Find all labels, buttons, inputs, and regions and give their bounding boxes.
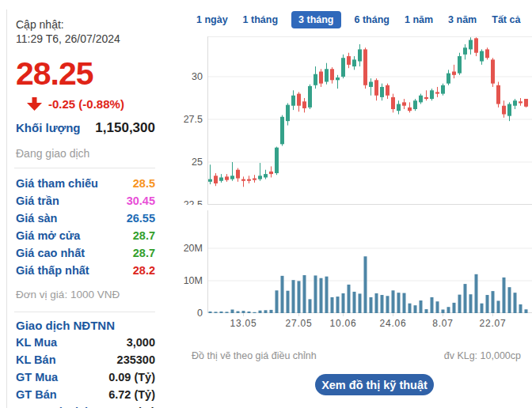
- divider: [14, 312, 155, 312]
- row-label: Giá tham chiếu: [16, 177, 98, 190]
- row-value: 28.7: [133, 247, 155, 259]
- tab-1-year[interactable]: 1 năm: [403, 11, 435, 28]
- tab-6-month[interactable]: 6 tháng: [353, 11, 391, 28]
- row-value: 6.72 (Tỷ): [108, 388, 155, 401]
- svg-text:8.07: 8.07: [432, 318, 454, 329]
- row-value: 3,000: [127, 336, 155, 349]
- quote-row-floor: Giá sàn 26.55: [16, 210, 155, 227]
- svg-text:27.5: 27.5: [184, 114, 203, 125]
- technical-chart-button[interactable]: Xem đồ thị kỹ thuật: [315, 374, 434, 395]
- adjusted-price-note: Đồ thị vẽ theo giá điều chỉnh: [192, 350, 317, 361]
- svg-text:20M: 20M: [184, 243, 203, 254]
- row-label: Giá sàn: [16, 212, 57, 225]
- quote-row-ceiling: Giá trần 30.45: [16, 192, 155, 210]
- quote-row-low: Giá thấp nhất 28.2: [16, 262, 155, 279]
- row-label: GT Bán: [16, 388, 57, 401]
- row-value: 28.7: [133, 229, 155, 242]
- last-updated-label: Cập nhật:: [16, 17, 155, 32]
- volume-chart[interactable]: 20M10M013.0527.0510.0624.068.0722.07: [184, 210, 532, 331]
- svg-text:24.06: 24.06: [379, 318, 406, 329]
- last-updated: Cập nhật: 11:29 T6, 26/07/2024: [16, 17, 155, 46]
- row-value: 28.5: [133, 177, 155, 190]
- quote-row-open: Giá mở cửa 28.7: [16, 227, 155, 244]
- session-status: Đang giao dịch: [16, 147, 155, 160]
- row-value: 30.45: [127, 195, 155, 207]
- price-change-row: -0.25 (-0.88%): [27, 97, 155, 111]
- chart-footer: Đồ thị vẽ theo giá điều chỉnh đv KLg: 10…: [184, 350, 532, 361]
- tab-3-year[interactable]: 3 năm: [446, 11, 478, 28]
- foreign-row-sell-value: GT Bán 6.72 (Tỷ): [16, 386, 155, 403]
- row-label: Giá cao nhất: [16, 247, 85, 259]
- svg-text:10.06: 10.06: [329, 318, 356, 329]
- quote-row-reference: Giá tham chiếu 28.5: [16, 175, 155, 192]
- row-label: KL Mua: [16, 336, 57, 349]
- tab-all[interactable]: Tất cả: [490, 11, 522, 28]
- quote-row-high: Giá cao nhất 28.7: [16, 244, 155, 262]
- row-label: Giá thấp nhất: [16, 264, 89, 277]
- svg-text:0: 0: [197, 308, 203, 319]
- foreign-row-buy-value: GT Mua 0.09 (Tỷ): [16, 368, 155, 386]
- volume-row: Khối lượng 1,150,300: [16, 120, 155, 136]
- row-value: 28.2: [133, 264, 155, 277]
- tab-1-day[interactable]: 1 ngày: [195, 11, 230, 28]
- row-value: 235300: [117, 353, 155, 366]
- svg-text:25: 25: [192, 157, 203, 168]
- svg-text:30: 30: [192, 71, 203, 82]
- tab-3-month[interactable]: 3 tháng: [291, 11, 340, 28]
- foreign-row-sell-volume: KL Bán 235300: [16, 351, 155, 368]
- row-label: Giá trần: [16, 195, 59, 207]
- stock-quote-widget: Cập nhật: 11:29 T6, 26/07/2024 28.25 -0.…: [0, 0, 532, 408]
- period-tabs: 1 ngày 1 tháng 3 tháng 6 tháng 1 năm 3 n…: [195, 11, 532, 28]
- foreign-row-room-left: Room còn lại 0.00 (%): [16, 403, 155, 408]
- foreign-section-title: Giao dịch NĐTNN: [16, 319, 155, 332]
- svg-text:13.05: 13.05: [230, 318, 256, 329]
- svg-text:22.07: 22.07: [479, 318, 506, 329]
- tab-1-month[interactable]: 1 tháng: [241, 11, 279, 28]
- svg-text:27.05: 27.05: [285, 318, 312, 329]
- volume-unit-note: đv KLg: 10,000cp: [444, 350, 521, 361]
- foreign-row-buy-volume: KL Mua 3,000: [16, 334, 155, 351]
- row-label: KL Bán: [16, 353, 56, 366]
- volume-value: 1,150,300: [95, 120, 155, 136]
- quote-panel: Cập nhật: 11:29 T6, 26/07/2024 28.25 -0.…: [0, 0, 184, 408]
- row-label: Giá mở cửa: [16, 229, 80, 242]
- row-value: 0.09 (Tỷ): [108, 371, 155, 383]
- divider: [14, 168, 155, 168]
- svg-text:10M: 10M: [184, 275, 203, 286]
- svg-text:22.5: 22.5: [184, 199, 203, 206]
- down-arrow-icon: [27, 97, 42, 111]
- volume-label: Khối lượng: [16, 121, 81, 134]
- panel-left-border: [6, 9, 7, 408]
- last-updated-time: 11:29 T6, 26/07/2024: [16, 32, 155, 46]
- chart-pane: 1 ngày 1 tháng 3 tháng 6 tháng 1 năm 3 n…: [184, 0, 532, 408]
- price-unit-note: Đơn vị giá: 1000 VNĐ: [16, 289, 155, 300]
- row-value: 26.55: [127, 212, 155, 225]
- candlestick-chart[interactable]: 3027.52522.5: [184, 36, 532, 205]
- row-label: GT Mua: [16, 371, 58, 383]
- current-price: 28.25: [16, 55, 155, 93]
- price-change: -0.25 (-0.88%): [48, 97, 124, 111]
